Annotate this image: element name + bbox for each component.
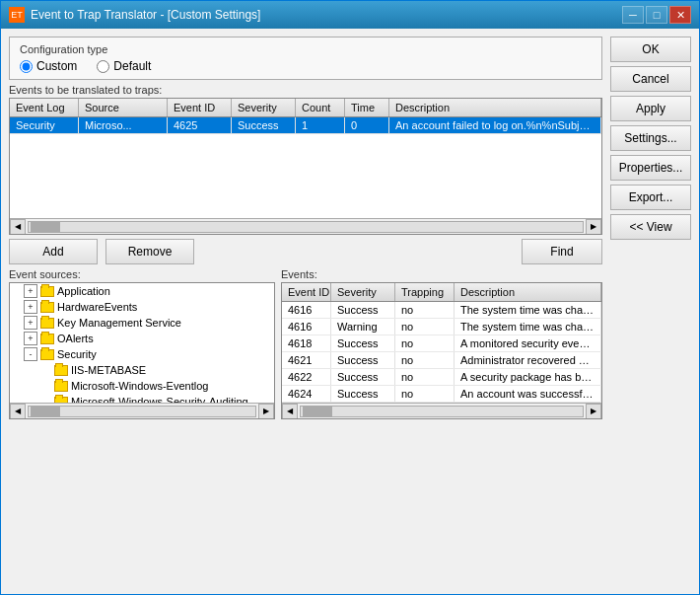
etd-eid-5: 4624 [282, 386, 331, 402]
td-count: 1 [296, 117, 345, 133]
remove-button[interactable]: Remove [105, 239, 194, 264]
etd-eid-2: 4618 [282, 335, 331, 351]
expand-application[interactable]: + [24, 284, 37, 298]
tree-scroll-right[interactable]: ▶ [258, 404, 274, 419]
etd-trap-4: no [395, 369, 455, 385]
horizontal-scrollbar[interactable] [28, 221, 584, 233]
main-window: ET Event to Trap Translator - [Custom Se… [0, 0, 700, 595]
events-label: Events to be translated to traps: [9, 84, 602, 96]
scroll-right-arrow[interactable]: ▶ [586, 219, 601, 235]
tree-item-hardware[interactable]: + HardwareEvents [10, 299, 274, 315]
folder-icon-hardware [39, 300, 55, 314]
etd-desc-1: The system time was changed.%n%nS [455, 319, 601, 335]
top-table-scrollbar: ◀ ▶ [10, 218, 601, 234]
export-button[interactable]: Export... [610, 185, 691, 210]
main-area: Configuration type Custom Default [9, 37, 602, 419]
maximize-button[interactable]: □ [646, 6, 667, 24]
events-row-4[interactable]: 4622 Success no A security package has b… [282, 369, 601, 386]
default-radio[interactable] [97, 60, 109, 73]
etd-trap-0: no [395, 302, 455, 318]
scrollbar-thumb [31, 222, 60, 232]
etd-desc-4: A security package has been loaded b [455, 369, 601, 385]
top-table: Event Log Source Event ID Severity Count… [9, 98, 602, 235]
tree-scroll-left[interactable]: ◀ [10, 404, 26, 419]
view-button[interactable]: << View [610, 214, 691, 240]
events-row-1[interactable]: 4616 Warning no The system time was chan… [282, 319, 601, 335]
radio-group: Custom Default [20, 59, 592, 73]
etd-trap-3: no [395, 352, 455, 368]
title-controls: ─ □ ✕ [622, 6, 691, 24]
table-row[interactable]: Security Microso... 4625 Success 1 0 An … [10, 117, 601, 134]
folder-icon-keymgmt [39, 316, 55, 330]
expand-hardware[interactable]: + [24, 300, 37, 314]
folder-icon-iis [53, 363, 69, 377]
minimize-button[interactable]: ─ [622, 6, 644, 24]
etd-sev-3: Success [331, 352, 395, 368]
etd-desc-3: Administrator recovered system from Cr [455, 352, 601, 368]
custom-radio-label[interactable]: Custom [20, 59, 77, 73]
settings-button[interactable]: Settings... [610, 125, 691, 151]
etd-desc-2: A monitored security event pattern has [455, 335, 601, 351]
tree-item-mseventlog[interactable]: Microsoft-Windows-Eventlog [10, 378, 274, 394]
td-time: 0 [345, 117, 389, 133]
tree-label-keymgmt: Key Management Service [57, 317, 181, 329]
tree-body[interactable]: + Application + HardwareEvents [10, 283, 274, 403]
tree-label-hardware: HardwareEvents [57, 301, 137, 313]
etd-desc-0: The system time was changed.%n%nS [455, 302, 601, 318]
tree-item-iis[interactable]: IIS-METABASE [10, 362, 274, 378]
default-radio-label[interactable]: Default [97, 59, 151, 73]
th-eventlog: Event Log [10, 99, 79, 116]
close-button[interactable]: ✕ [669, 6, 691, 24]
window-title: Event to Trap Translator - [Custom Setti… [31, 8, 260, 22]
etd-eid-1: 4616 [282, 319, 331, 335]
events-scroll-thumb [303, 407, 332, 416]
events-bottom-label: Events: [281, 268, 602, 280]
scroll-left-arrow[interactable]: ◀ [10, 219, 26, 235]
events-hscroll[interactable] [300, 406, 584, 417]
folder-icon-oalerts [39, 332, 55, 345]
events-panel: Events: Event ID Severity Trapping Descr… [281, 268, 602, 419]
events-row-2[interactable]: 4618 Success no A monitored security eve… [282, 335, 601, 352]
title-bar-left: ET Event to Trap Translator - [Custom Se… [9, 7, 260, 23]
th-time: Time [345, 99, 389, 116]
custom-radio[interactable] [20, 60, 33, 73]
eth-severity: Severity [331, 283, 395, 301]
tree-item-application[interactable]: + Application [10, 283, 274, 299]
expand-security[interactable]: - [24, 347, 37, 361]
events-row-3[interactable]: 4621 Success no Administrator recovered … [282, 352, 601, 369]
tree-item-keymgmt[interactable]: + Key Management Service [10, 315, 274, 331]
th-description: Description [389, 99, 601, 116]
expand-keymgmt[interactable]: + [24, 316, 37, 330]
etd-sev-5: Success [331, 386, 395, 402]
cancel-button[interactable]: Cancel [610, 66, 691, 92]
tree-item-security[interactable]: - Security [10, 346, 274, 362]
add-button[interactable]: Add [9, 239, 98, 264]
expand-oalerts[interactable]: + [24, 332, 37, 345]
tree-hscroll[interactable] [28, 406, 256, 417]
events-scroll-right[interactable]: ▶ [586, 404, 601, 419]
etd-sev-1: Warning [331, 319, 395, 335]
expand-iis [37, 363, 51, 377]
etd-eid-3: 4621 [282, 352, 331, 368]
events-row-0[interactable]: 4616 Success no The system time was chan… [282, 302, 601, 319]
main-content: Configuration type Custom Default [1, 29, 699, 594]
properties-button[interactable]: Properties... [610, 155, 691, 181]
td-description: An account failed to log on.%n%nSubject:… [389, 117, 601, 133]
expand-mseventlog [37, 379, 51, 393]
events-scroll-left[interactable]: ◀ [282, 404, 298, 419]
app-icon: ET [9, 7, 25, 23]
events-row-5[interactable]: 4624 Success no An account was successfu… [282, 386, 601, 403]
events-table-body[interactable]: 4616 Success no The system time was chan… [282, 302, 601, 403]
tree-label-mssecaudit: Microsoft-Windows-Security-Auditing [71, 396, 248, 403]
eth-description: Description [455, 283, 601, 301]
ok-button[interactable]: OK [610, 37, 691, 62]
tree-item-mssecaudit[interactable]: Microsoft-Windows-Security-Auditing [10, 394, 274, 403]
top-section: Configuration type Custom Default [9, 37, 691, 419]
find-button[interactable]: Find [522, 239, 602, 264]
tree-label-iis: IIS-METABASE [71, 364, 146, 376]
etd-trap-5: no [395, 386, 455, 402]
th-source: Source [79, 99, 168, 116]
apply-button[interactable]: Apply [610, 96, 691, 121]
tree-item-oalerts[interactable]: + OAlerts [10, 331, 274, 346]
top-table-header: Event Log Source Event ID Severity Count… [10, 99, 601, 117]
